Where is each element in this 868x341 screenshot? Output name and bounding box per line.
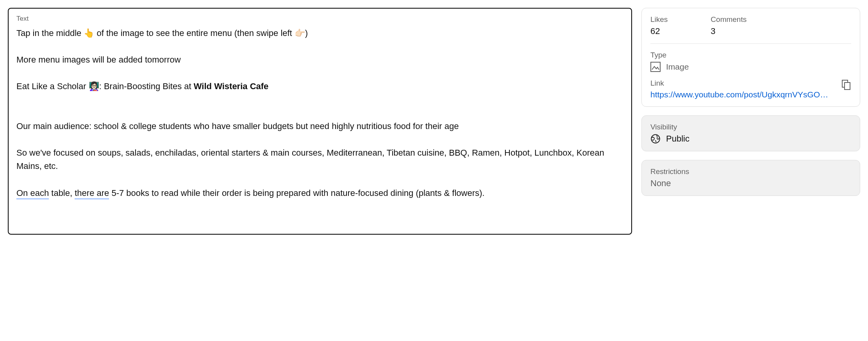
link-label: Link <box>650 79 838 88</box>
comments-label: Comments <box>711 15 747 24</box>
type-value: Image <box>666 62 689 72</box>
post-details-sidebar: Likes 62 Comments 3 Type Image <box>641 8 860 235</box>
comments-stat: Comments 3 <box>711 15 747 36</box>
restrictions-label: Restrictions <box>650 167 851 176</box>
teacher-emoji: 👩🏻‍🏫 <box>89 81 99 91</box>
text-line-2: More menu images will be added tomorrow <box>16 53 623 66</box>
text-line-6: On each table, there are 5-7 books to re… <box>16 187 623 200</box>
cafe-name-bold: Wild Wisteria Cafe <box>194 81 269 91</box>
comments-value: 3 <box>711 26 747 36</box>
visibility-card[interactable]: Visibility Public <box>641 115 860 151</box>
stats-card: Likes 62 Comments 3 Type Image <box>641 8 860 107</box>
likes-label: Likes <box>650 15 668 24</box>
text-line-1: Tap in the middle 👆 of the image to see … <box>16 27 623 40</box>
likes-value: 62 <box>650 26 668 36</box>
spellcheck-underline: On each <box>16 188 49 199</box>
post-text-content[interactable]: Tap in the middle 👆 of the image to see … <box>16 27 623 200</box>
text-editor-panel[interactable]: Text Tap in the middle 👆 of the image to… <box>8 8 632 235</box>
restrictions-card[interactable]: Restrictions None <box>641 160 860 196</box>
image-type-icon <box>650 62 661 72</box>
text-line-3: Eat Like a Scholar 👩🏻‍🏫: Brain-Boosting … <box>16 80 623 93</box>
spellcheck-underline: there are <box>75 188 109 199</box>
visibility-label: Visibility <box>650 123 851 131</box>
restrictions-value: None <box>650 178 851 188</box>
copy-link-button[interactable] <box>842 80 851 91</box>
visibility-value: Public <box>666 134 689 144</box>
post-link[interactable]: https://www.youtube.com/post/UgkxqrnVYsG… <box>650 90 838 99</box>
globe-icon <box>650 134 661 144</box>
text-line-5: So we've focused on soups, salads, enchi… <box>16 146 623 173</box>
type-label: Type <box>650 51 851 59</box>
point-right-emoji: 👉🏻 <box>295 28 305 38</box>
text-field-label: Text <box>16 15 623 23</box>
text-line-4: Our main audience: school & college stud… <box>16 120 623 133</box>
likes-stat: Likes 62 <box>650 15 668 36</box>
point-up-emoji: 👆 <box>84 28 94 38</box>
